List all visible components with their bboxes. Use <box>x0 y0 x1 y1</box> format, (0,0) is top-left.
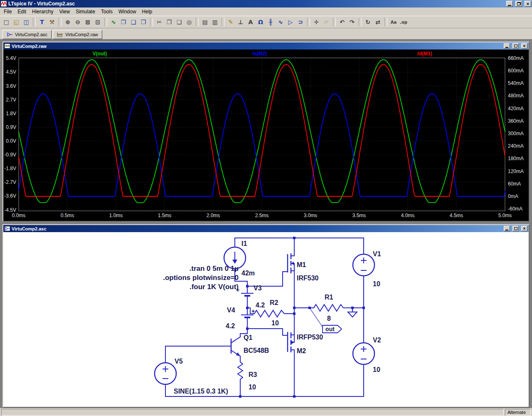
hierarchy-top-icon[interactable]: T <box>37 17 47 27</box>
cut-icon[interactable]: ✂ <box>154 17 164 27</box>
zoom-fit-icon[interactable]: ⊡ <box>93 17 103 27</box>
value-M2[interactable]: IRFP530 <box>297 334 323 341</box>
save-icon[interactable]: ◫ <box>21 17 31 27</box>
label-Q1[interactable]: Q1 <box>244 334 252 341</box>
paste-icon[interactable]: ❏ <box>174 17 184 27</box>
voltage-source-V5[interactable] <box>155 363 176 384</box>
spice-directive-icon[interactable]: .op <box>399 17 409 27</box>
new-schematic-icon[interactable]: □ <box>1 17 11 27</box>
zoom-out-icon[interactable]: ⊖ <box>73 17 83 27</box>
menu-view[interactable]: View <box>56 8 73 15</box>
label-V1[interactable]: V1 <box>373 250 381 258</box>
mosfet-M2[interactable] <box>288 332 294 352</box>
tile-windows-icon[interactable]: ❒ <box>138 17 148 27</box>
waveform-plot-area[interactable]: 0.0ms0.5ms1.0ms1.5ms2.0ms2.5ms3.0ms3.5ms… <box>3 50 529 221</box>
menu-help[interactable]: Help <box>139 8 155 15</box>
schematic-canvas-area[interactable]: I1 42m + V3 4.2 + V4 <box>3 232 529 407</box>
print-preview-icon[interactable]: ▥ <box>210 17 220 27</box>
menu-tools[interactable]: Tools <box>98 8 116 15</box>
trace-label-ism2[interactable]: Is(M2) <box>253 51 267 57</box>
autorange-y-icon[interactable]: ∿ <box>108 17 118 27</box>
battery-V4[interactable] <box>241 315 253 317</box>
label-M1[interactable]: M1 <box>297 261 306 268</box>
undo-icon[interactable]: ↶ <box>337 17 347 27</box>
schematic-window-titlebar[interactable]: VirtuComp2.asc × <box>3 225 529 232</box>
waveform-window-titlebar[interactable]: VirtuComp2.raw × <box>3 42 529 50</box>
copy-bitmap-icon[interactable]: ❐ <box>118 17 128 27</box>
battery-V3[interactable] <box>241 293 253 296</box>
label-V3[interactable]: V3 <box>254 285 262 292</box>
find-icon[interactable]: ◎ <box>184 17 194 27</box>
trace-label-idm1[interactable]: Id(M1) <box>417 51 432 57</box>
label-I1[interactable]: I1 <box>241 240 247 247</box>
trace-label-vout[interactable]: V(out) <box>93 51 107 57</box>
title-bar[interactable]: LTspice IV - VirtuComp2.asc × <box>0 0 532 7</box>
transistor-Q1[interactable] <box>231 337 240 356</box>
schematic-close-button[interactable]: × <box>521 226 527 231</box>
label-V5[interactable]: V5 <box>175 358 183 365</box>
menu-edit[interactable]: Edit <box>15 8 29 15</box>
mirror-icon[interactable]: ⇄ <box>373 17 383 27</box>
waveform-plot[interactable]: 0.0ms0.5ms1.0ms1.5ms2.0ms2.5ms3.0ms3.5ms… <box>3 50 529 221</box>
label-R1[interactable]: R1 <box>325 294 333 301</box>
resistor-R1[interactable] <box>314 305 345 311</box>
spice-directive-options[interactable]: .options plotwinsize=0 <box>163 274 239 282</box>
place-diode-icon[interactable]: ▷ <box>286 17 296 27</box>
label-M2[interactable]: M2 <box>297 347 306 354</box>
resistor-R3[interactable] <box>238 362 243 383</box>
value-R2[interactable]: 10 <box>271 319 279 327</box>
waveform-restore-button[interactable] <box>512 43 519 49</box>
label-R2[interactable]: R2 <box>270 299 278 306</box>
value-V3[interactable]: 4.2 <box>256 302 265 309</box>
drag-icon[interactable]: ☞ <box>321 17 331 27</box>
open-file-icon[interactable]: ◱ <box>11 17 21 27</box>
place-resistor-icon[interactable]: Ω <box>256 17 266 27</box>
move-icon[interactable]: ✛ <box>311 17 321 27</box>
schematic-wires[interactable] <box>165 238 364 396</box>
redo-icon[interactable]: ↷ <box>347 17 357 27</box>
copy-icon[interactable]: ❐ <box>164 17 174 27</box>
menu-window[interactable]: Window <box>116 8 139 15</box>
place-net-label-icon[interactable]: A <box>246 17 256 27</box>
waveform-close-button[interactable]: × <box>521 43 527 49</box>
value-V5[interactable]: SINE(1.15 0.3 1K) <box>174 388 228 395</box>
value-V2[interactable]: 10 <box>373 366 380 373</box>
mosfet-M1[interactable] <box>288 253 294 273</box>
value-R3[interactable]: 10 <box>249 384 256 391</box>
zoom-in-icon[interactable]: ⊕ <box>63 17 73 27</box>
menu-file[interactable]: File <box>1 8 15 15</box>
schematic-canvas[interactable]: I1 42m + V3 4.2 + V4 <box>3 232 529 407</box>
place-component-icon[interactable]: ⊃ <box>296 17 305 27</box>
value-V1[interactable]: 10 <box>373 280 380 287</box>
spice-directive-four[interactable]: .four 1K V(out) <box>190 283 239 291</box>
menu-simulate[interactable]: Simulate <box>73 8 98 15</box>
waveform-minimize-button[interactable] <box>504 43 510 49</box>
place-ground-icon[interactable]: ⊥ <box>236 17 246 27</box>
ground-symbol[interactable] <box>348 312 357 317</box>
rotate-icon[interactable]: ↻ <box>363 17 373 27</box>
value-R1[interactable]: 8 <box>327 315 331 322</box>
close-button[interactable]: × <box>525 1 531 7</box>
control-panel-icon[interactable]: ⚒ <box>47 17 57 27</box>
menu-hierarchy[interactable]: Hierarchy <box>29 8 56 15</box>
cascade-windows-icon[interactable]: ❑ <box>128 17 138 27</box>
spice-directive-tran[interactable]: .tran 0 5m 0 1µ <box>190 265 239 272</box>
tab-virtucomp2-asc[interactable]: VirtuComp2.asc <box>2 30 52 39</box>
print-icon[interactable]: ▤ <box>200 17 210 27</box>
schematic-minimize-button[interactable] <box>504 226 510 231</box>
minimize-button[interactable] <box>506 1 513 7</box>
value-V4[interactable]: 4.2 <box>226 322 235 329</box>
schematic-restore-button[interactable] <box>512 226 519 231</box>
value-I1[interactable]: 42m <box>241 270 255 277</box>
voltage-source-V2[interactable] <box>353 343 374 364</box>
tab-virtucomp2-raw[interactable]: VirtuComp2.raw <box>53 30 102 39</box>
value-M1[interactable]: IRF530 <box>297 275 319 282</box>
resistor-R2[interactable] <box>254 310 288 317</box>
label-V2[interactable]: V2 <box>373 337 381 344</box>
place-inductor-icon[interactable]: ∿ <box>276 17 286 27</box>
value-Q1[interactable]: BC548B <box>244 347 269 354</box>
label-R3[interactable]: R3 <box>249 371 257 378</box>
place-capacitor-icon[interactable]: ╫ <box>266 17 276 27</box>
voltage-source-V1[interactable] <box>353 254 374 276</box>
restore-button[interactable] <box>515 1 522 7</box>
